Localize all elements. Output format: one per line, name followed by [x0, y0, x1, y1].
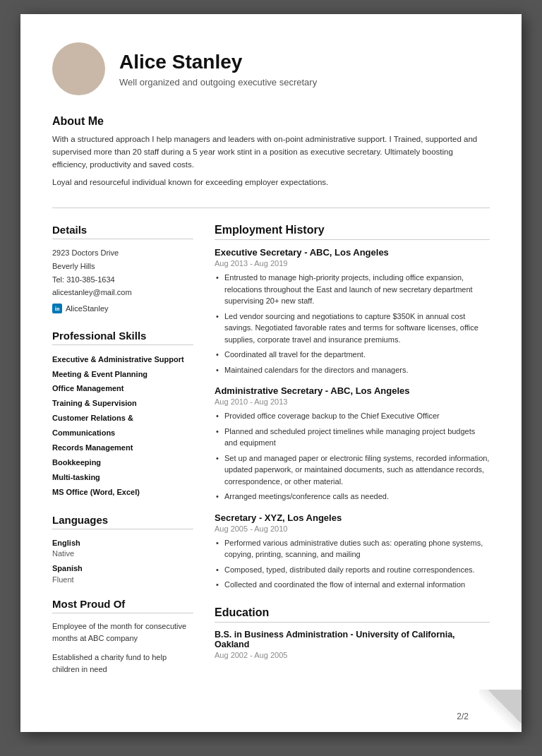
job-3-bullet-3: Collected and coordinated the flow of in…	[215, 579, 490, 591]
job-2-bullet-3: Set up and managed paper or electronic f…	[215, 452, 490, 488]
phone: Tel: 310-385-1634	[52, 273, 193, 287]
subtitle: Well organized and outgoing executive se…	[119, 77, 317, 88]
education-title: Education	[215, 606, 490, 623]
proud-section: Most Proud Of Employee of the month for …	[52, 598, 193, 676]
skill-customer: Customer Relations & Communications	[52, 411, 193, 440]
skills-title: Professional Skills	[52, 330, 193, 345]
linkedin-row: in AliceStanley	[52, 302, 193, 316]
about-section: About Me With a structured approach I he…	[52, 115, 490, 208]
job-2: Administrative Secretary - ABC, Los Ange…	[215, 385, 490, 503]
languages-title: Languages	[52, 514, 193, 529]
job-3: Secretary - XYZ, Los Angeles Aug 2005 - …	[215, 512, 490, 591]
skill-records: Records Management	[52, 440, 193, 455]
job-2-bullet-1: Provided office coverage backup to the C…	[215, 410, 490, 422]
job-1-bullet-2: Led vendor sourcing and negotiations to …	[215, 311, 490, 346]
lang-english-name: English	[52, 536, 193, 550]
resume-page: Alice Stanley Well organized and outgoin…	[20, 14, 522, 732]
linkedin-icon: in	[52, 304, 62, 313]
proud-item-1: Employee of the month for consecutive mo…	[52, 620, 193, 644]
job-1-title: Executive Secretary - ABC, Los Angeles	[215, 247, 490, 258]
skill-msoffice: MS Office (Word, Excel)	[52, 485, 193, 500]
skill-office: Office Management	[52, 381, 193, 396]
job-3-bullet-1: Performed various administrative duties …	[215, 537, 490, 560]
address-line2: Beverly Hills	[52, 260, 193, 273]
details-title: Details	[52, 224, 193, 239]
job-1: Executive Secretary - ABC, Los Angeles A…	[215, 247, 490, 376]
avatar	[52, 42, 105, 95]
about-paragraph-2: Loyal and resourceful individual known f…	[52, 176, 490, 189]
about-paragraph-1: With a structured approach I help manage…	[52, 133, 490, 171]
job-2-bullet-2: Planned and scheduled project timelines …	[215, 426, 490, 449]
skill-multitasking: Multi-tasking	[52, 470, 193, 485]
job-1-dates: Aug 2013 - Aug 2019	[215, 259, 490, 268]
job-1-bullet-1: Entrusted to manage high-priority projec…	[215, 272, 490, 307]
address-line1: 2923 Doctors Drive	[52, 246, 193, 260]
lang-spanish-level: Fluent	[52, 575, 193, 584]
details-section: Details 2923 Doctors Drive Beverly Hills…	[52, 224, 193, 315]
lang-english-level: Native	[52, 549, 193, 558]
name-block: Alice Stanley Well organized and outgoin…	[119, 50, 317, 88]
skill-meeting: Meeting & Event Planning	[52, 367, 193, 382]
edu-1-dates: Aug 2002 - Aug 2005	[215, 651, 490, 659]
page-number: 2/2	[457, 712, 469, 721]
job-3-title: Secretary - XYZ, Los Angeles	[215, 512, 490, 523]
proud-title: Most Proud Of	[52, 598, 193, 613]
details-content: 2923 Doctors Drive Beverly Hills Tel: 31…	[52, 246, 193, 315]
languages-section: Languages English Native Spanish Fluent	[52, 514, 193, 584]
skill-training: Training & Supervision	[52, 396, 193, 411]
education-section: Education B.S. in Business Administratio…	[215, 606, 490, 659]
job-3-dates: Aug 2005 - Aug 2010	[215, 524, 490, 533]
proud-item-2: Established a charity fund to help child…	[52, 652, 193, 676]
edu-1-degree: B.S. in Business Administration - Univer…	[215, 630, 490, 649]
job-1-bullet-3: Coordinated all travel for the departmen…	[215, 349, 490, 361]
about-title: About Me	[52, 115, 490, 128]
job-3-bullet-2: Composed, typed, distributed daily repor…	[215, 564, 490, 576]
resume-header: Alice Stanley Well organized and outgoin…	[52, 42, 490, 95]
employment-title: Employment History	[215, 224, 490, 240]
edu-1: B.S. in Business Administration - Univer…	[215, 630, 490, 659]
linkedin-handle: AliceStanley	[66, 302, 109, 316]
left-column: Details 2923 Doctors Drive Beverly Hills…	[52, 224, 193, 690]
lang-spanish-name: Spanish	[52, 562, 193, 575]
email: alicestanley@mail.com	[52, 286, 193, 299]
employment-section: Employment History Executive Secretary -…	[215, 224, 490, 591]
page-curl	[479, 690, 522, 732]
right-column: Employment History Executive Secretary -…	[215, 224, 490, 690]
job-2-title: Administrative Secretary - ABC, Los Ange…	[215, 385, 490, 396]
skill-executive: Executive & Administrative Support	[52, 352, 193, 367]
job-2-bullet-4: Arranged meetings/conference calls as ne…	[215, 491, 490, 503]
job-1-bullet-4: Maintained calendars for the directors a…	[215, 364, 490, 376]
full-name: Alice Stanley	[119, 50, 317, 74]
skill-bookkeeping: Bookkeeping	[52, 455, 193, 470]
skills-section: Professional Skills Executive & Administ…	[52, 330, 193, 500]
two-column-layout: Details 2923 Doctors Drive Beverly Hills…	[52, 224, 490, 690]
job-2-dates: Aug 2010 - Aug 2013	[215, 397, 490, 406]
